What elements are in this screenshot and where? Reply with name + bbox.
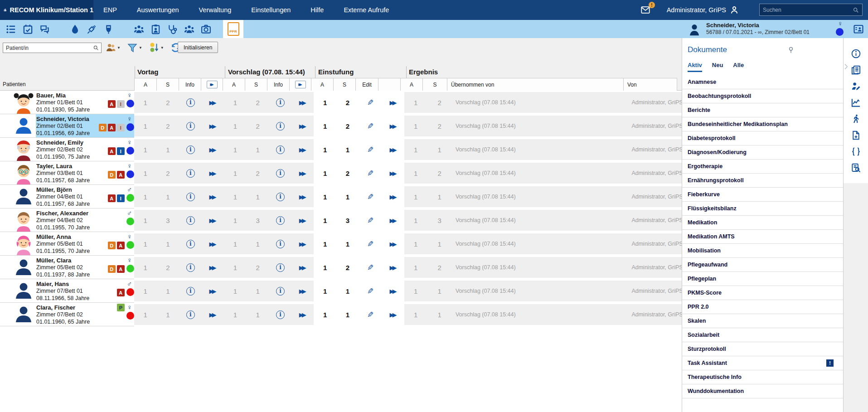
- header-einstufung-a[interactable]: A: [311, 78, 334, 91]
- funnel-filter-button[interactable]: ▼: [127, 42, 142, 53]
- edit-pencil-icon[interactable]: ✎: [367, 263, 373, 272]
- document-item-berichte[interactable]: Berichte: [682, 103, 844, 117]
- tab-neu[interactable]: Neu: [712, 62, 723, 72]
- info-icon[interactable]: i: [276, 193, 285, 201]
- braces-button[interactable]: [844, 143, 868, 160]
- document-item-mobilisation[interactable]: Mobilisation: [682, 244, 844, 258]
- patient-cell[interactable]: Müller, ClaraZimmer 05/Bett 0201.01.1937…: [0, 256, 134, 279]
- edit-pencil-icon[interactable]: ✎: [367, 216, 373, 225]
- info-icon[interactable]: i: [186, 122, 195, 131]
- document-search-button[interactable]: [844, 160, 868, 176]
- fast-forward-icon[interactable]: ▶▶: [389, 288, 397, 295]
- fast-forward-icon[interactable]: ▶▶: [389, 99, 397, 106]
- patient-cell[interactable]: Tayler, LauraZimmer 03/Bett 0101.01.1957…: [0, 161, 134, 185]
- fast-forward-icon[interactable]: ▶▶: [389, 264, 397, 271]
- info-icon[interactable]: i: [186, 98, 195, 107]
- patient-cell[interactable]: Bauer, MiaZimmer 01/Bett 0101.01.1930, 9…: [0, 91, 134, 114]
- camera-button[interactable]: [198, 20, 214, 38]
- edit-pencil-icon[interactable]: ✎: [367, 310, 373, 320]
- header-vortag-info[interactable]: Info: [179, 78, 201, 91]
- team-button[interactable]: [181, 20, 198, 38]
- mobility-button[interactable]: [844, 111, 868, 127]
- user-menu[interactable]: Administrator, GriPS: [667, 0, 739, 20]
- info-icon[interactable]: i: [276, 145, 285, 154]
- info-icon[interactable]: i: [186, 240, 195, 248]
- fast-forward-icon[interactable]: ▶▶: [389, 241, 397, 247]
- document-item-sturzprotokoll[interactable]: Sturzprotokoll: [682, 342, 844, 356]
- fast-forward-icon[interactable]: ▶▶: [299, 170, 306, 177]
- chevron-up-icon[interactable]: [674, 22, 681, 27]
- info-icon[interactable]: i: [276, 310, 285, 319]
- patient-cell[interactable]: Maier, HansZimmer 07/Bett 0108.11.1966, …: [0, 279, 134, 303]
- stethoscope-button[interactable]: [164, 20, 181, 38]
- document-item-diagnosen-kodierung[interactable]: Diagnosen/Kodierung: [682, 145, 844, 160]
- edit-pencil-icon[interactable]: ✎: [367, 192, 373, 202]
- document-export-button[interactable]: [844, 127, 868, 143]
- info-button[interactable]: [844, 45, 868, 62]
- edit-pencil-icon[interactable]: ✎: [367, 145, 373, 155]
- patient-cell[interactable]: Müller, AnnaZimmer 05/Bett 0101.01.1955,…: [0, 232, 134, 256]
- table-row[interactable]: Müller, BjörnZimmer 04/Bett 0101.01.1957…: [0, 185, 682, 208]
- table-row[interactable]: Maier, HansZimmer 07/Bett 0108.11.1966, …: [0, 279, 682, 303]
- header-vorschlag-ff[interactable]: ▶▶: [289, 78, 311, 91]
- document-item-therapeutische-info[interactable]: Therapeutische Info: [682, 370, 844, 384]
- fast-forward-icon[interactable]: ▶▶: [299, 241, 306, 247]
- list-button[interactable]: [3, 20, 19, 38]
- document-item-sozialarbeit[interactable]: Sozialarbeit: [682, 328, 844, 342]
- edit-pencil-icon[interactable]: ✎: [367, 121, 373, 131]
- syringe-button[interactable]: [83, 20, 100, 38]
- patient-filter-button[interactable]: ▼: [105, 42, 121, 53]
- info-icon[interactable]: i: [276, 240, 285, 248]
- document-item-beobachtungsprotokoll[interactable]: Beobachtungsprotokoll: [682, 89, 844, 103]
- fast-forward-icon[interactable]: ▶▶: [389, 311, 397, 318]
- header-vortag-s[interactable]: S: [156, 78, 179, 91]
- documents-button[interactable]: [844, 62, 868, 78]
- info-icon[interactable]: i: [186, 287, 195, 296]
- table-row[interactable]: Clara, FischerZimmer 07/Bett 0201.01.196…: [0, 303, 682, 326]
- menu-item-auswertungen[interactable]: Auswertungen: [127, 0, 189, 20]
- header-vorschlag-a[interactable]: A: [223, 78, 245, 91]
- document-item-medikation[interactable]: Medikation: [682, 216, 844, 230]
- tab-aktiv[interactable]: Aktiv: [688, 62, 702, 72]
- calendar-check-button[interactable]: [19, 20, 36, 38]
- fast-forward-icon[interactable]: ▶▶: [299, 217, 306, 224]
- table-row[interactable]: Fischer, AlexanderZimmer 04/Bett 0201.01…: [0, 208, 682, 232]
- chevron-down-icon[interactable]: [674, 30, 681, 35]
- fast-forward-icon[interactable]: ▶▶: [299, 146, 306, 153]
- global-search-input[interactable]: [760, 7, 853, 13]
- patient-cell[interactable]: Müller, BjörnZimmer 04/Bett 0101.01.1957…: [0, 185, 134, 208]
- chart-button[interactable]: [844, 94, 868, 111]
- table-row[interactable]: Tayler, LauraZimmer 03/Bett 0101.01.1957…: [0, 161, 682, 185]
- document-item-fieberkurve[interactable]: Fieberkurve: [682, 188, 844, 202]
- fast-forward-icon[interactable]: ▶▶: [389, 123, 397, 130]
- info-icon[interactable]: i: [276, 98, 285, 107]
- fast-forward-icon[interactable]: ▶▶: [299, 311, 306, 318]
- drop-button[interactable]: [67, 20, 83, 38]
- document-item-bundeseinheitlicher-medikationsplan[interactable]: Bundeseinheitlicher Medikationsplan: [682, 117, 844, 131]
- menu-item-externe-aufrufe[interactable]: Externe Aufrufe: [334, 0, 399, 20]
- fast-forward-icon[interactable]: ▶▶: [209, 146, 217, 153]
- edit-pencil-icon[interactable]: ✎: [367, 286, 373, 296]
- table-row[interactable]: Müller, AnnaZimmer 05/Bett 0101.01.1955,…: [0, 232, 682, 256]
- document-item-ppr-2-0[interactable]: PPR 2.0: [682, 300, 844, 314]
- fast-forward-icon[interactable]: ▶▶: [389, 170, 397, 177]
- document-item-skalen[interactable]: Skalen: [682, 314, 844, 328]
- patient-group-button[interactable]: [131, 20, 147, 38]
- patient-filter-input[interactable]: [3, 45, 93, 51]
- patient-cell[interactable]: Clara, FischerZimmer 07/Bett 0201.01.196…: [0, 303, 134, 326]
- header-vorschlag-info[interactable]: Info: [267, 78, 290, 91]
- edit-pencil-icon[interactable]: ✎: [367, 98, 373, 107]
- fast-forward-icon[interactable]: ▶▶: [209, 241, 217, 247]
- patient-cell[interactable]: Schneider, VictoriaZimmer 02/Bett 0101.0…: [0, 114, 134, 138]
- header-uebernommen-von[interactable]: Übernommen von: [447, 78, 624, 91]
- info-icon[interactable]: i: [186, 145, 195, 154]
- header-einstufung-edit[interactable]: Edit: [355, 78, 378, 91]
- pin-icon[interactable]: [787, 46, 795, 53]
- document-item-pflegeplan[interactable]: Pflegeplan: [682, 272, 844, 286]
- document-item-pkms-score[interactable]: PKMS-Score: [682, 286, 844, 300]
- table-row[interactable]: Schneider, EmilyZimmer 02/Bett 0201.01.1…: [0, 138, 682, 161]
- info-icon[interactable]: i: [276, 122, 285, 131]
- header-von[interactable]: Von: [623, 78, 677, 91]
- fast-forward-icon[interactable]: ▶▶: [299, 288, 306, 295]
- infusion-button[interactable]: [100, 20, 117, 38]
